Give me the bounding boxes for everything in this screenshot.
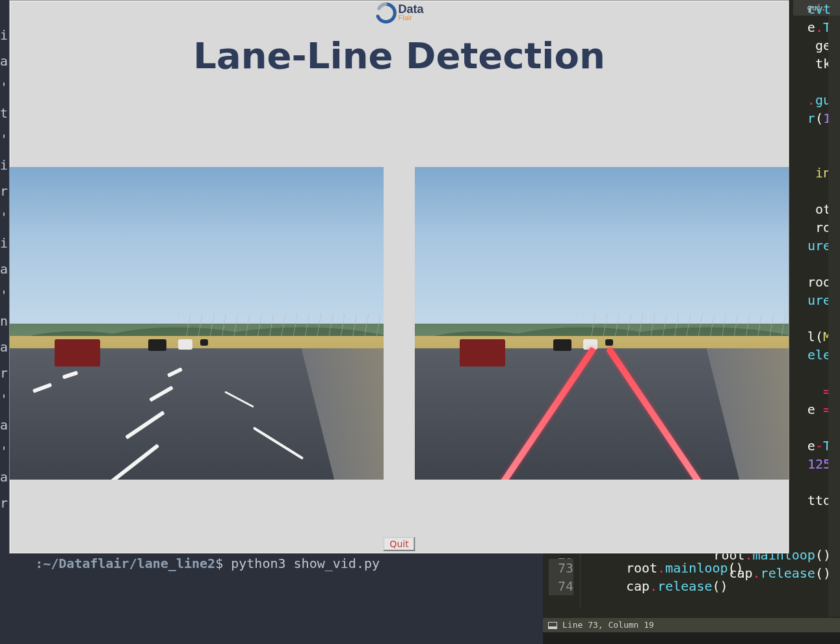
code-line: e.T: [807, 18, 831, 36]
line-number: 73: [549, 559, 573, 577]
terminal-fragment: ': [0, 130, 8, 148]
code-line: r(1: [807, 109, 831, 127]
code-line: ro: [807, 218, 831, 237]
logo-spinner-icon: [374, 2, 397, 24]
code-line: cap.release(): [729, 564, 831, 582]
vehicle: [460, 339, 505, 367]
vehicle: [553, 339, 571, 351]
terminal-fragment: r: [0, 182, 8, 200]
line-number: 74: [549, 577, 573, 595]
terminal-fragment: i: [0, 26, 8, 44]
terminal-fragment: ': [0, 78, 8, 96]
terminal-fragment: r: [0, 364, 8, 382]
code-line: e =: [807, 400, 831, 419]
terminal-fragment: ': [0, 442, 8, 460]
quit-button[interactable]: Quit: [383, 537, 415, 551]
input-video-frame: [10, 167, 384, 480]
terminal-fragment: a: [0, 52, 8, 70]
terminal-fragment: ': [0, 390, 8, 408]
terminal-fragment: t: [0, 104, 8, 122]
tk-app-window: Data Flair Lane-Line Detection: [9, 0, 789, 554]
code-line: ele: [807, 346, 831, 364]
logo-primary-text: Data: [398, 5, 423, 14]
code-line: root.mainloop(): [626, 559, 744, 577]
terminal-fragment: ': [0, 208, 8, 226]
code-line: e-T: [807, 437, 831, 455]
video-frames-row: [10, 167, 789, 480]
code-line: roo: [807, 273, 831, 291]
terminal-fragment: a: [0, 260, 8, 278]
app-title: Lane-Line Detection: [10, 34, 789, 77]
code-line: ure: [807, 291, 831, 309]
code-line: l(M: [807, 328, 831, 346]
code-line: cap.release(): [626, 577, 728, 595]
output-video-frame: [415, 167, 789, 480]
code-line: 125: [807, 455, 831, 473]
editor-bottom-bar: [543, 632, 840, 644]
editor-minimap[interactable]: [828, 16, 840, 617]
vehicle: [148, 339, 166, 351]
terminal-fragment: i: [0, 234, 8, 252]
terminal-fragment: r: [0, 494, 8, 512]
vehicle: [200, 339, 208, 346]
terminal-fragment: a: [0, 416, 8, 434]
vehicle: [178, 339, 192, 350]
quit-button-label: Quit: [389, 539, 408, 549]
panel-icon[interactable]: [548, 622, 557, 629]
terminal-fragment: i: [0, 156, 8, 174]
terminal-fragment: a: [0, 468, 8, 486]
vehicle: [605, 339, 613, 346]
editor-status-bar: Line 73, Column 19: [543, 618, 840, 632]
dataflair-logo: Data Flair: [360, 1, 438, 25]
code-line: ure: [807, 237, 831, 255]
vehicle: [55, 339, 100, 367]
terminal-fragment: a: [0, 338, 8, 356]
code-line: cvt: [807, 0, 831, 18]
code-line: tto: [807, 491, 831, 509]
code-line: .gu: [807, 91, 831, 109]
terminal-fragment: n: [0, 312, 8, 330]
terminal-fragment: ': [0, 286, 8, 304]
editor-status-text: Line 73, Column 19: [562, 616, 654, 634]
